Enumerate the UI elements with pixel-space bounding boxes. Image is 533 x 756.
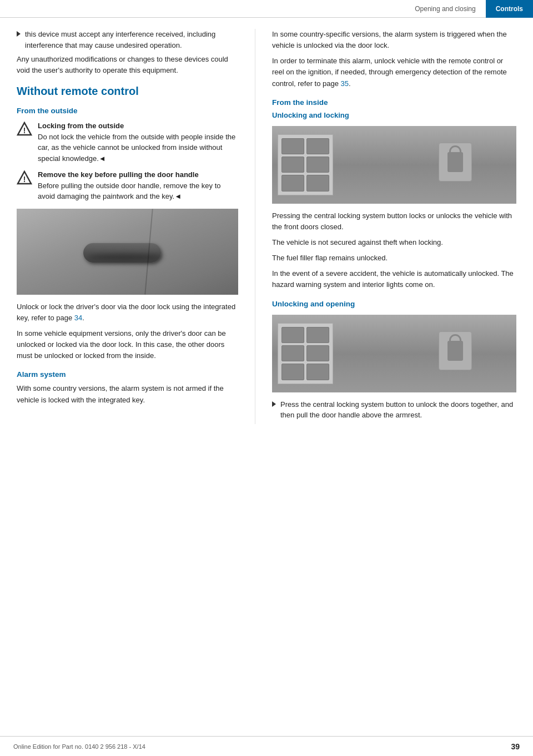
warning-remove-key: ! Remove the key before pulling the door… xyxy=(17,169,238,202)
alarm-para: With some country versions, the alarm sy… xyxy=(17,383,238,405)
svg-text:!: ! xyxy=(23,126,26,135)
panel-btn-5 xyxy=(281,175,304,191)
warning2-title: Remove the key before pulling the door h… xyxy=(38,169,238,180)
subsection-alarm-system: Alarm system xyxy=(17,370,238,379)
panel-btn-7 xyxy=(281,327,304,343)
bullet-opening: Press the central locking system button … xyxy=(272,399,516,421)
locking-para2: The vehicle is not secured against theft… xyxy=(272,237,516,248)
bullet-interference: this device must accept any interference… xyxy=(17,29,238,51)
main-content: this device must accept any interference… xyxy=(0,18,533,435)
left-column: this device must accept any interference… xyxy=(0,29,255,424)
door-panel-1 xyxy=(278,134,333,195)
door-panel-2 xyxy=(278,323,333,384)
para-equipment: In some vehicle equipment versions, only… xyxy=(17,328,238,361)
handle-shadow xyxy=(88,254,163,260)
panel-btn-1 xyxy=(281,138,304,154)
page-header: Opening and closing Controls xyxy=(0,0,533,18)
panel-btn-12 xyxy=(306,364,329,380)
panel-btn-11 xyxy=(281,364,304,380)
warning1-title: Locking from the outside xyxy=(38,120,238,132)
panel-btn-10 xyxy=(306,345,329,361)
section-heading-without-remote: Without remote control xyxy=(17,85,238,98)
bullet-arrow-icon xyxy=(17,31,21,37)
door-handle-illustration xyxy=(17,209,238,295)
panel-btn-6 xyxy=(306,175,329,191)
page-link-34[interactable]: 34 xyxy=(74,314,82,322)
page-footer: Online Edition for Part no. 0140 2 956 2… xyxy=(0,736,533,756)
alarm-para1-right: In some country-specific versions, the a… xyxy=(272,29,516,51)
locking-para3: The fuel filler flap remains unlocked. xyxy=(272,253,516,264)
panel-btn-4 xyxy=(306,157,329,173)
unlocking-opening-heading: Unlocking and opening xyxy=(272,300,516,308)
unlocking-locking-heading: Unlocking and locking xyxy=(272,111,516,119)
panel-btn-9 xyxy=(281,345,304,361)
interior-image-2 xyxy=(272,315,516,392)
header-nav: Opening and closing Controls xyxy=(405,0,533,18)
interior-illustration-2 xyxy=(272,315,516,392)
nav-opening-closing[interactable]: Opening and closing xyxy=(405,0,485,18)
from-inside-heading: From the inside xyxy=(272,98,516,107)
interior-image-1 xyxy=(272,126,516,204)
para-unauthorized: Any unauthorized modifications or change… xyxy=(17,54,238,76)
panel-btn-2 xyxy=(306,138,329,154)
lock-icon-1 xyxy=(447,152,463,172)
warning1-body: Do not lock the vehicle from the outside… xyxy=(38,133,235,163)
interior-illustration-1 xyxy=(272,126,516,204)
footer-page-number: 39 xyxy=(511,742,520,751)
panel-btn-3 xyxy=(281,157,304,173)
svg-text:!: ! xyxy=(23,175,26,184)
locking-para1: Pressing the central locking system butt… xyxy=(272,210,516,233)
lock-icon-2 xyxy=(447,341,463,361)
warning-locking-outside: ! Locking from the outside Do not lock t… xyxy=(17,120,238,164)
locking-para4: In the event of a severe accident, the v… xyxy=(272,268,516,290)
panel-btn-8 xyxy=(306,327,329,343)
warning-triangle-icon-1: ! xyxy=(17,122,32,137)
alarm-para2-right: In order to terminate this alarm, unlock… xyxy=(272,56,516,89)
door-handle-image xyxy=(17,209,238,295)
subsection-from-outside: From the outside xyxy=(17,107,238,115)
bullet-arrow-icon-2 xyxy=(272,401,276,407)
lock-button-area-1 xyxy=(439,143,472,182)
right-column: In some country-specific versions, the a… xyxy=(255,29,533,424)
footer-text: Online Edition for Part no. 0140 2 956 2… xyxy=(13,743,145,750)
page-link-35[interactable]: 35 xyxy=(341,79,349,88)
warning-triangle-icon-2: ! xyxy=(17,170,32,186)
lock-button-area-2 xyxy=(439,331,472,370)
warning2-body: Before pulling the outside door handle, … xyxy=(38,182,221,201)
nav-controls[interactable]: Controls xyxy=(486,0,533,18)
para-unlock: Unlock or lock the driver's door via the… xyxy=(17,301,238,324)
